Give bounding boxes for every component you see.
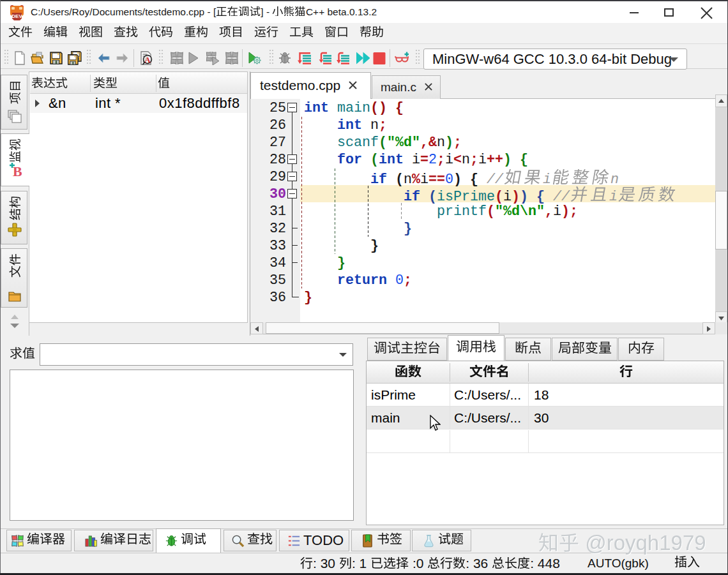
svg-text:B: B	[13, 163, 22, 177]
svg-text:A: A	[144, 55, 151, 64]
svg-text:DEV: DEV	[11, 13, 22, 19]
